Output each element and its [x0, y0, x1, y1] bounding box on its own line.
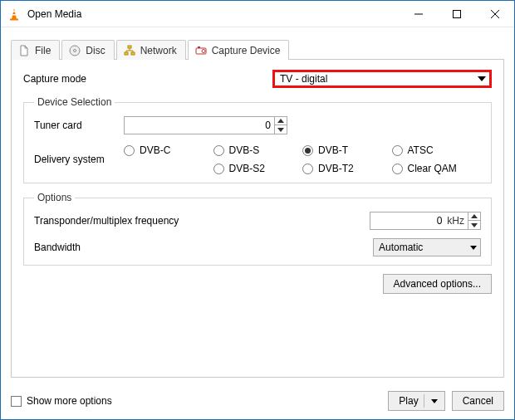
svg-marker-16: [277, 119, 284, 123]
capture-device-icon: [195, 45, 207, 56]
radio-dvbs[interactable]: DVB-S: [213, 144, 303, 156]
checkbox-box: [11, 396, 22, 407]
bandwidth-value: Automatic: [379, 242, 423, 253]
svg-rect-12: [131, 52, 135, 55]
minimize-button[interactable]: [400, 1, 438, 27]
file-icon: [18, 45, 30, 56]
tab-file[interactable]: File: [11, 40, 60, 60]
svg-marker-17: [277, 128, 284, 132]
svg-rect-5: [454, 10, 461, 17]
tab-capture-device[interactable]: Capture Device: [188, 40, 290, 60]
spin-down-icon[interactable]: [275, 125, 287, 134]
svg-rect-13: [196, 48, 206, 54]
chevron-down-icon: [470, 246, 477, 250]
capture-device-panel: Capture mode TV - digital Device Selecti…: [11, 59, 504, 378]
disc-icon: [69, 45, 81, 56]
content-area: File Disc Network Capture Device: [1, 27, 514, 386]
tab-label: Disc: [86, 45, 105, 56]
radio-dvbs2[interactable]: DVB-S2: [213, 163, 303, 174]
spin-buttons[interactable]: [274, 117, 287, 134]
window-title: Open Media: [27, 8, 400, 20]
tab-label: File: [35, 45, 51, 56]
capture-mode-label: Capture mode: [23, 73, 272, 85]
vlc-cone-icon: [7, 7, 21, 21]
maximize-button[interactable]: [438, 1, 476, 27]
open-media-window: Open Media File Disc: [0, 0, 515, 420]
titlebar: Open Media: [1, 1, 514, 27]
frequency-spinbox[interactable]: kHz: [370, 212, 481, 230]
chevron-down-icon: [478, 76, 486, 81]
tab-network[interactable]: Network: [116, 40, 186, 60]
radio-dvbt[interactable]: DVB-T: [302, 144, 392, 156]
show-more-options-checkbox[interactable]: Show more options: [11, 395, 112, 407]
svg-rect-10: [128, 46, 131, 48]
delivery-system-label: Delivery system: [34, 154, 124, 165]
frequency-input[interactable]: [370, 212, 445, 229]
close-button[interactable]: [476, 1, 514, 27]
svg-rect-1: [12, 11, 16, 12]
svg-marker-19: [471, 223, 478, 227]
capture-mode-row: Capture mode TV - digital: [23, 70, 492, 88]
advanced-options-button[interactable]: Advanced options...: [383, 274, 492, 294]
capture-mode-value: TV - digital: [280, 73, 327, 85]
delivery-system-radios: DVB-C DVB-S DVB-T ATSC DVB-S2 DVB-T2 Cle…: [124, 144, 481, 174]
bandwidth-select[interactable]: Automatic: [373, 238, 481, 256]
device-selection-group: Device Selection Tuner card Delivery sys…: [23, 96, 492, 183]
svg-marker-18: [471, 214, 478, 218]
tuner-card-spinbox[interactable]: [124, 116, 287, 134]
device-selection-legend: Device Selection: [34, 96, 115, 108]
tab-disc[interactable]: Disc: [61, 40, 114, 60]
chevron-down-icon: [431, 399, 438, 403]
dialog-footer: Show more options Play Cancel: [1, 386, 514, 419]
options-legend: Options: [34, 192, 75, 203]
options-group: Options Transponder/multiplex frequency …: [23, 192, 492, 266]
bandwidth-label: Bandwidth: [34, 242, 373, 253]
tab-bar: File Disc Network Capture Device: [11, 37, 504, 59]
tuner-card-input[interactable]: [125, 117, 274, 134]
svg-rect-2: [12, 14, 16, 16]
svg-rect-11: [125, 52, 128, 55]
svg-rect-3: [10, 18, 18, 20]
radio-dvbc[interactable]: DVB-C: [124, 144, 213, 156]
spin-down-icon[interactable]: [468, 221, 480, 229]
play-button[interactable]: Play: [388, 391, 444, 411]
frequency-unit: kHz: [445, 212, 468, 229]
svg-marker-0: [12, 8, 17, 19]
tab-label: Network: [140, 45, 177, 56]
frequency-label: Transponder/multiplex frequency: [34, 215, 370, 227]
network-icon: [124, 45, 135, 56]
svg-rect-15: [198, 46, 200, 48]
spin-up-icon[interactable]: [468, 212, 480, 221]
spin-buttons[interactable]: [468, 212, 480, 229]
tuner-card-label: Tuner card: [34, 120, 124, 131]
cancel-button[interactable]: Cancel: [452, 391, 504, 411]
svg-point-9: [74, 50, 76, 52]
tab-label: Capture Device: [212, 45, 281, 56]
spin-up-icon[interactable]: [275, 117, 287, 125]
radio-dvbt2[interactable]: DVB-T2: [302, 163, 392, 174]
radio-atsc[interactable]: ATSC: [392, 144, 482, 156]
show-more-options-label: Show more options: [27, 395, 112, 407]
capture-mode-select[interactable]: TV - digital: [272, 70, 492, 88]
radio-clearqam[interactable]: Clear QAM: [392, 163, 482, 174]
